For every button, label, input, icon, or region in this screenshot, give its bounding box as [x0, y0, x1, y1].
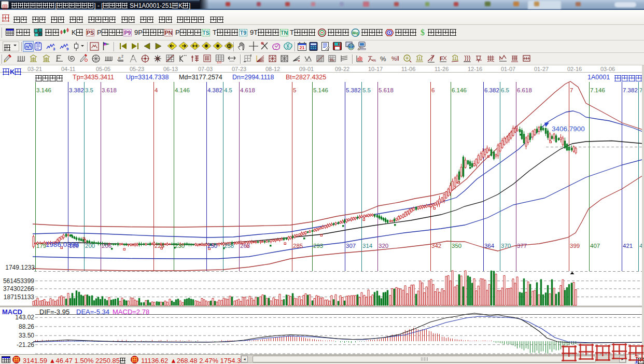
svg-text:7.146: 7.146	[590, 87, 605, 93]
svg-text:7: 7	[570, 87, 573, 93]
svg-text:374302266: 374302266	[3, 285, 34, 292]
svg-text:421: 421	[623, 243, 633, 249]
svg-text:561453399: 561453399	[3, 277, 34, 285]
svg-text:4.5: 4.5	[224, 87, 232, 93]
svg-text:342: 342	[431, 243, 441, 249]
svg-text:-21.26: -21.26	[17, 341, 34, 348]
svg-text:33.50: 33.50	[19, 332, 34, 339]
svg-text:4.146: 4.146	[175, 87, 190, 93]
svg-text:6.382: 6.382	[484, 87, 499, 93]
svg-text:258: 258	[224, 243, 234, 249]
svg-text:314: 314	[362, 243, 373, 249]
svg-text:3.618: 3.618	[102, 87, 117, 93]
svg-text:377: 377	[517, 243, 527, 249]
svg-text:6.146: 6.146	[452, 87, 467, 93]
svg-text:4: 4	[155, 87, 158, 93]
svg-text:187151133: 187151133	[4, 293, 35, 301]
svg-text:1986.0399: 1986.0399	[46, 241, 79, 248]
svg-text:293: 293	[313, 243, 323, 249]
svg-text:179: 179	[36, 243, 46, 249]
svg-text:3406.7900: 3406.7900	[552, 125, 585, 133]
svg-text:4.382: 4.382	[207, 87, 222, 93]
svg-text:5: 5	[293, 87, 296, 93]
svg-text:5.618: 5.618	[379, 87, 394, 93]
svg-text:7.382: 7.382	[623, 87, 638, 93]
svg-text:200: 200	[85, 243, 95, 249]
svg-text:5.382: 5.382	[346, 87, 361, 93]
svg-text:307: 307	[346, 243, 356, 249]
svg-text:370: 370	[501, 243, 511, 249]
svg-text:320: 320	[379, 243, 388, 249]
svg-text:4.618: 4.618	[240, 87, 255, 93]
svg-text:88.26: 88.26	[19, 323, 34, 330]
svg-text:3.146: 3.146	[36, 87, 51, 93]
svg-text:143.02: 143.02	[15, 314, 34, 321]
svg-text:364: 364	[484, 243, 495, 249]
svg-text:3.382: 3.382	[69, 87, 84, 93]
svg-text:399: 399	[570, 243, 580, 249]
svg-text:6.5: 6.5	[501, 87, 509, 93]
svg-text:206: 206	[102, 243, 111, 249]
svg-text:285: 285	[293, 243, 303, 249]
svg-text:350: 350	[452, 243, 461, 249]
svg-text:5.146: 5.146	[313, 87, 328, 93]
svg-text:5.5: 5.5	[362, 87, 371, 93]
svg-text:226: 226	[155, 243, 164, 249]
svg-text:6.618: 6.618	[517, 87, 532, 93]
svg-text:263: 263	[240, 243, 250, 249]
svg-text:230: 230	[175, 243, 185, 249]
svg-text:6: 6	[431, 87, 435, 93]
svg-text:250: 250	[207, 243, 217, 249]
svg-text:407: 407	[590, 243, 600, 249]
svg-text:3.5: 3.5	[85, 87, 93, 93]
svg-text:1749.1233: 1749.1233	[5, 264, 35, 271]
